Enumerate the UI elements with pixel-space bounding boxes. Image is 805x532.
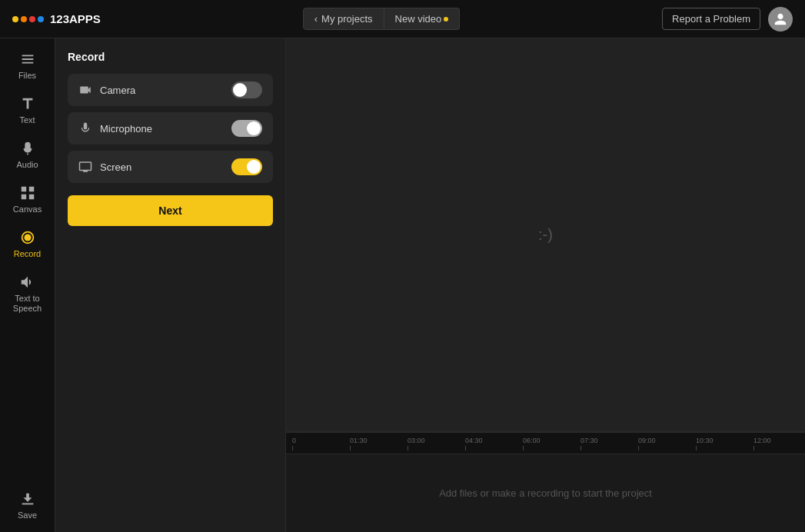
avatar[interactable]	[768, 7, 793, 32]
microphone-toggle[interactable]	[231, 120, 262, 137]
screen-label: Screen	[100, 161, 131, 173]
screen-toggle[interactable]	[231, 158, 262, 175]
sidebar-item-canvas[interactable]: Canvas	[3, 178, 52, 220]
logo-text: 123APPS	[50, 12, 101, 25]
camera-row: Camera	[68, 74, 273, 106]
timeline-tracks: Add files or make a recording to start t…	[286, 454, 805, 532]
sidebar-item-label: Audio	[16, 160, 38, 169]
canvas-icon	[19, 185, 36, 201]
microphone-icon	[78, 121, 92, 135]
logo-area: 123APPS	[12, 12, 101, 25]
screen-row-left: Screen	[78, 160, 131, 174]
report-problem-button[interactable]: Report a Problem	[662, 8, 760, 30]
record-icon	[19, 229, 36, 246]
sidebar-item-files[interactable]: Files	[3, 45, 52, 86]
ruler-tick: 0	[292, 437, 350, 451]
microphone-toggle-thumb	[247, 121, 261, 135]
ruler-tick: 01:30	[350, 437, 407, 451]
screen-toggle-track	[231, 158, 262, 175]
sidebar: Files Text Audio Canvas Record	[0, 38, 55, 532]
new-video-button[interactable]: New video	[384, 8, 461, 30]
ruler-tick: 03:00	[407, 437, 465, 451]
timeline: 001:3003:0004:3006:0007:3009:0010:3012:0…	[286, 432, 805, 532]
sidebar-item-tts[interactable]: Text to Speech	[3, 268, 52, 320]
ruler-tick: 04:30	[465, 437, 523, 451]
preview-emoticon: :-)	[538, 226, 553, 244]
svg-point-1	[24, 234, 31, 241]
topbar-right: Report a Problem	[662, 7, 793, 32]
ruler-tick: 09:00	[638, 437, 696, 451]
sidebar-item-label: Files	[18, 71, 36, 80]
sidebar-item-record[interactable]: Record	[3, 223, 52, 264]
logo-dots	[12, 16, 44, 22]
ruler-tick: 12:00	[753, 437, 805, 451]
microphone-row-left: Microphone	[78, 121, 152, 135]
logo-dot-4	[38, 16, 44, 22]
main-area: Files Text Audio Canvas Record	[0, 38, 805, 532]
my-projects-label: My projects	[321, 13, 372, 25]
new-video-label: New video	[395, 13, 442, 25]
screen-row: Screen	[68, 151, 273, 183]
camera-row-left: Camera	[78, 83, 135, 97]
logo-dot-1	[12, 16, 18, 22]
tts-icon	[19, 274, 36, 291]
camera-label: Camera	[100, 85, 135, 96]
sidebar-item-audio[interactable]: Audio	[3, 134, 52, 175]
sidebar-item-text[interactable]: Text	[3, 89, 52, 131]
new-video-dot	[444, 17, 448, 22]
next-button[interactable]: Next	[68, 195, 273, 226]
save-icon	[19, 490, 36, 507]
sidebar-item-label: Canvas	[13, 204, 42, 214]
chevron-left-icon: ‹	[314, 13, 318, 25]
my-projects-button[interactable]: ‹ My projects	[303, 8, 384, 30]
screen-icon	[78, 160, 92, 174]
record-panel: Record Camera Microphone	[55, 38, 286, 532]
ruler-tick: 07:30	[580, 437, 638, 451]
ruler-tick: 10:30	[696, 437, 753, 451]
screen-toggle-thumb	[247, 160, 261, 174]
camera-icon	[78, 83, 92, 97]
ruler-tick: 06:00	[523, 437, 580, 451]
topbar: 123APPS ‹ My projects New video Report a…	[0, 0, 805, 38]
sidebar-item-label: Record	[14, 249, 41, 258]
sidebar-item-label: Text to Speech	[6, 294, 49, 314]
microphone-label: Microphone	[100, 123, 152, 135]
empty-hint: Add files or make a recording to start t…	[439, 487, 652, 499]
camera-toggle-thumb	[233, 83, 247, 97]
logo-dot-2	[21, 16, 27, 22]
files-icon	[19, 51, 36, 68]
text-icon	[19, 95, 36, 112]
sidebar-item-label: Text	[19, 115, 35, 125]
topbar-nav: ‹ My projects New video	[303, 8, 461, 30]
canvas-area: :-) 001:3003:0004:3006:0007:3009:0010:30…	[286, 38, 805, 532]
logo-dot-3	[29, 16, 35, 22]
timeline-ruler: 001:3003:0004:3006:0007:3009:0010:3012:0…	[286, 433, 805, 454]
microphone-toggle-track	[231, 120, 262, 137]
sidebar-item-label: Save	[18, 510, 37, 520]
camera-toggle[interactable]	[231, 81, 262, 98]
microphone-row: Microphone	[68, 112, 273, 145]
sidebar-item-save[interactable]: Save	[3, 484, 52, 526]
video-preview: :-)	[286, 38, 805, 432]
audio-icon	[19, 140, 36, 157]
camera-toggle-track	[231, 81, 262, 98]
panel-title: Record	[68, 51, 273, 63]
